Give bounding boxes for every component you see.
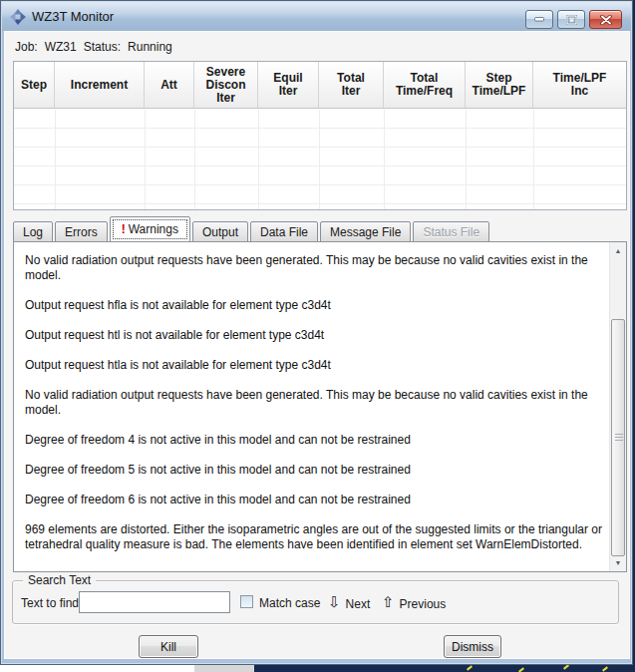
warning-message: No valid radiation output requests have … xyxy=(25,253,605,283)
viewport-speck xyxy=(518,667,524,672)
close-icon xyxy=(600,15,612,25)
kill-button[interactable]: Kill xyxy=(139,635,198,658)
column-header-step: Step xyxy=(14,62,55,108)
dialog-client-area: Job:WZ31Status:Running Step Increment At… xyxy=(4,31,630,659)
up-arrow-icon: ⇧ xyxy=(382,592,395,612)
column-header-time-lpf-inc: Time/LPF Inc xyxy=(533,62,626,108)
iterations-table: Step Increment Att Severe Discon Iter Eq… xyxy=(13,61,627,210)
previous-button[interactable]: ⇧ Previous xyxy=(382,592,446,612)
scrollbar-up-button[interactable]: ▲ xyxy=(610,242,626,259)
warning-message: Output request hfla is not available for… xyxy=(25,298,605,313)
search-text-group: Search Text Text to find: Match case ⇩ N… xyxy=(12,580,619,624)
minimize-icon xyxy=(534,17,544,22)
column-header-step-time-lpf: Step Time/LPF xyxy=(466,62,533,108)
window-title: WZ3T Monitor xyxy=(32,9,114,24)
maximize-icon xyxy=(566,15,577,25)
viewport-speck xyxy=(563,664,569,669)
scrollbar-grip-icon xyxy=(615,434,623,442)
column-header-att: Att xyxy=(145,62,194,108)
column-header-severe-discon-iter: Severe Discon Iter xyxy=(194,62,258,108)
warning-message: Degree of freedom 4 is not active in thi… xyxy=(25,433,605,448)
job-status-line: Job:WZ31Status:Running xyxy=(15,40,179,54)
warning-message: Output request htla is not available for… xyxy=(25,358,605,373)
warning-message: Degree of freedom 5 is not active in thi… xyxy=(25,463,605,478)
job-label: Job: xyxy=(15,40,38,54)
maximize-button[interactable] xyxy=(557,10,585,29)
tab-message-file[interactable]: Message File xyxy=(320,221,411,242)
viewport-speck xyxy=(467,665,473,670)
warning-message: Output request htl is not available for … xyxy=(25,328,605,343)
tab-data-file[interactable]: Data File xyxy=(250,221,318,242)
vertical-scrollbar[interactable]: ▲ ▼ xyxy=(609,242,626,571)
warning-message: Degree of freedom 6 is not active in thi… xyxy=(25,493,605,507)
tab-log[interactable]: Log xyxy=(13,221,53,242)
titlebar[interactable]: WZ3T Monitor xyxy=(2,2,631,31)
tab-status-file: Status File xyxy=(413,221,489,242)
dismiss-button[interactable]: Dismiss xyxy=(444,635,501,658)
viewport-speck xyxy=(602,666,608,671)
scrollbar-thumb[interactable] xyxy=(611,319,625,556)
column-header-total-time-freq: Total Time/Freq xyxy=(384,62,466,108)
match-case-label[interactable]: Match case xyxy=(259,596,320,610)
text-to-find-label: Text to find: xyxy=(21,596,82,610)
tab-output[interactable]: Output xyxy=(192,221,248,242)
table-body-grid xyxy=(14,110,626,209)
desktop-background-white xyxy=(0,665,194,672)
warning-message-list: No valid radiation output requests have … xyxy=(14,242,609,571)
search-group-label: Search Text xyxy=(23,573,96,587)
next-label: Next xyxy=(346,594,371,611)
warning-message: No valid radiation output requests have … xyxy=(25,388,605,418)
tab-bar: Log Errors !Warnings Output Data File Me… xyxy=(13,216,491,242)
tab-warnings[interactable]: !Warnings xyxy=(110,216,190,242)
abaqus-compass-icon xyxy=(10,9,26,25)
table-header-row: Step Increment Att Severe Discon Iter Eq… xyxy=(14,62,626,109)
previous-label: Previous xyxy=(400,594,447,611)
desktop-background-gray xyxy=(194,665,254,672)
down-arrow-icon: ⇩ xyxy=(328,592,341,612)
match-case-checkbox[interactable] xyxy=(240,595,253,608)
column-header-increment: Increment xyxy=(55,62,145,108)
status-label: Status: xyxy=(84,40,121,54)
monitor-dialog: WZ3T Monitor xyxy=(0,0,633,665)
text-to-find-input[interactable] xyxy=(79,591,230,613)
warnings-panel: No valid radiation output requests have … xyxy=(13,241,627,572)
column-header-equil-iter: Equil Iter xyxy=(258,62,319,108)
next-button[interactable]: ⇩ Next xyxy=(328,592,370,612)
scrollbar-down-button[interactable]: ▼ xyxy=(610,554,626,571)
tab-errors[interactable]: Errors xyxy=(55,221,108,242)
close-button[interactable] xyxy=(589,10,622,29)
job-name: WZ31 xyxy=(45,40,77,54)
minimize-button[interactable] xyxy=(525,10,553,29)
warning-exclamation-icon: ! xyxy=(122,222,126,236)
column-header-total-iter: Total Iter xyxy=(319,62,384,108)
warning-message: 969 elements are distorted. Either the i… xyxy=(25,522,605,552)
status-value: Running xyxy=(128,40,172,54)
